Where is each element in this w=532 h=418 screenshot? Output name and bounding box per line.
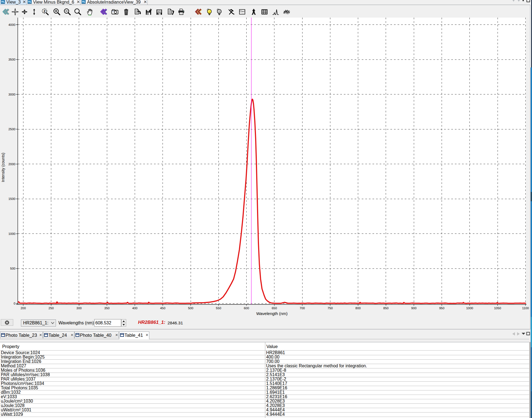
- svg-text:2: 2: [44, 9, 45, 13]
- svg-text:Intensity (counts): Intensity (counts): [1, 153, 5, 182]
- svg-text:250: 250: [48, 306, 54, 310]
- svg-text:4000: 4000: [8, 23, 15, 26]
- svg-text:2000: 2000: [8, 162, 15, 166]
- svg-text:1000: 1000: [466, 306, 473, 310]
- svg-text:0: 0: [14, 302, 15, 305]
- svg-text:850: 850: [383, 306, 388, 310]
- svg-text:550: 550: [216, 306, 221, 310]
- svg-text:800: 800: [355, 306, 361, 310]
- svg-text:200: 200: [21, 306, 26, 310]
- svg-text:Wavelength (nm): Wavelength (nm): [256, 311, 288, 316]
- svg-text:950: 950: [439, 306, 444, 310]
- svg-text:1000: 1000: [8, 232, 15, 235]
- svg-text:300: 300: [76, 306, 82, 310]
- svg-text:3000: 3000: [8, 93, 15, 96]
- svg-text:1500: 1500: [8, 197, 15, 200]
- svg-text:2500: 2500: [8, 127, 15, 131]
- svg-text:1100: 1100: [522, 306, 529, 310]
- svg-text:900: 900: [411, 306, 417, 310]
- svg-text:400: 400: [132, 306, 137, 310]
- svg-text:750: 750: [328, 306, 333, 310]
- svg-text:500: 500: [188, 306, 193, 310]
- svg-text:350: 350: [104, 306, 110, 310]
- svg-text:3500: 3500: [8, 58, 15, 61]
- svg-text:1050: 1050: [494, 306, 501, 310]
- svg-text:450: 450: [160, 306, 165, 310]
- svg-text:700: 700: [300, 306, 305, 310]
- svg-text:650: 650: [272, 306, 277, 310]
- svg-text:600: 600: [244, 306, 249, 310]
- svg-text:500: 500: [10, 267, 15, 270]
